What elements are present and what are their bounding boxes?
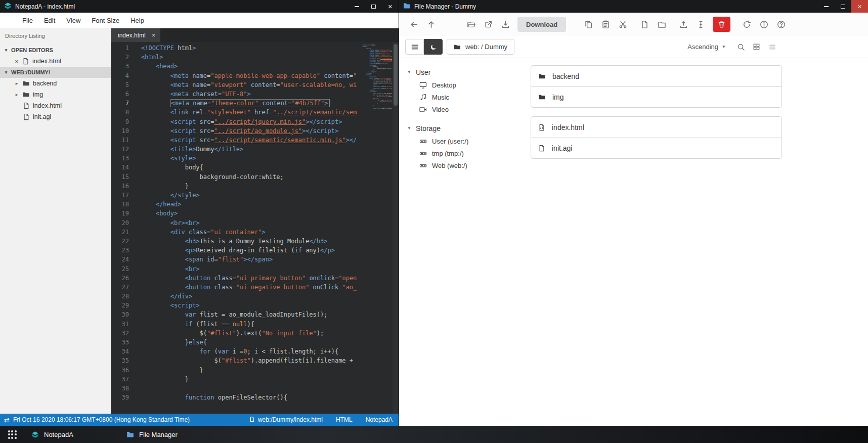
code-line[interactable]: <span id="flist"></span> bbox=[141, 255, 357, 264]
code-line[interactable] bbox=[141, 384, 357, 393]
code-line[interactable]: <script src="../script/jquery.min.js"></… bbox=[141, 117, 357, 126]
dark-mode-toggle-button[interactable] bbox=[424, 39, 443, 55]
sidebar-item-web-web[interactable]: Web (web:/) bbox=[407, 159, 515, 171]
tree-item-img[interactable]: ▸img bbox=[0, 89, 111, 100]
code-line[interactable]: <!DOCTYPE html> bbox=[141, 43, 357, 53]
refresh-button[interactable] bbox=[739, 16, 755, 32]
code-line[interactable]: <meta charset="UTF-8"> bbox=[141, 90, 357, 99]
code-line[interactable]: <button class="ui primary button" onclic… bbox=[141, 274, 357, 283]
sidebar-section-storage[interactable]: ▼Storage bbox=[407, 121, 515, 135]
sidebar-item-desktop[interactable]: Desktop bbox=[407, 79, 515, 91]
minimize-button[interactable] bbox=[818, 0, 835, 13]
code-content[interactable]: <!DOCTYPE html><html> <head> <meta name=… bbox=[136, 42, 357, 414]
new-file-button[interactable] bbox=[637, 16, 653, 32]
minimap[interactable]: <!DOCTYPE html><html> <head> <meta name=… bbox=[361, 43, 392, 110]
editor-scrollbar[interactable] bbox=[393, 42, 399, 414]
code-line[interactable]: body{ bbox=[141, 163, 357, 172]
close-icon[interactable]: × bbox=[14, 58, 19, 65]
tree-item-index-html[interactable]: index.html bbox=[0, 100, 111, 111]
code-editor[interactable]: 1234567891011121314151617181920212223242… bbox=[111, 42, 399, 414]
path-bar[interactable]: web: / Dummy bbox=[447, 39, 514, 55]
new-folder-button[interactable] bbox=[654, 16, 670, 32]
code-line[interactable]: <button class="ui negative button" onCli… bbox=[141, 283, 357, 292]
sidebar-section-user[interactable]: ▼User bbox=[407, 65, 515, 79]
taskbar-item-file-manager[interactable]: File Manager bbox=[119, 426, 214, 443]
file-row-backend[interactable]: backend bbox=[531, 66, 782, 86]
code-line[interactable]: <br> bbox=[141, 264, 357, 274]
code-line[interactable]: <meta name="theme-color" content="#4b75f… bbox=[141, 99, 357, 108]
file-row-img[interactable]: img bbox=[531, 86, 782, 107]
menu-file[interactable]: File bbox=[17, 15, 38, 26]
maximize-button[interactable] bbox=[365, 0, 382, 13]
code-line[interactable]: <p>Received drag-in filelist (if any)</p… bbox=[141, 246, 357, 255]
close-button[interactable]: × bbox=[851, 0, 868, 13]
menu-view[interactable]: View bbox=[61, 15, 85, 26]
code-line[interactable]: <style> bbox=[141, 154, 357, 163]
sidebar-item-tmp-tmp[interactable]: tmp (tmp:/) bbox=[407, 147, 515, 159]
menu-font-size[interactable]: Font Size bbox=[86, 15, 124, 26]
delete-button[interactable] bbox=[713, 17, 730, 32]
scrollbar-thumb[interactable] bbox=[394, 44, 398, 106]
maximize-button[interactable] bbox=[835, 0, 851, 13]
sort-order-dropdown[interactable]: Ascending ▼ bbox=[687, 43, 726, 51]
code-line[interactable]: <br><br> bbox=[141, 218, 357, 228]
back-button[interactable] bbox=[406, 16, 422, 32]
code-line[interactable]: if (flist == null){ bbox=[141, 320, 357, 329]
code-line[interactable]: </style> bbox=[141, 191, 357, 200]
code-line[interactable]: background-color:white; bbox=[141, 172, 357, 182]
code-line[interactable]: <body> bbox=[141, 209, 357, 218]
code-line[interactable]: <meta name="viewport" content="user-scal… bbox=[141, 80, 357, 90]
save-to-device-button[interactable] bbox=[498, 16, 513, 32]
code-line[interactable]: <html> bbox=[141, 53, 357, 62]
info-button[interactable] bbox=[756, 16, 772, 32]
code-line[interactable]: for (var i =0; i < flist.length; i++){ bbox=[141, 347, 357, 356]
code-line[interactable]: </div> bbox=[141, 292, 357, 301]
tree-section-open-editors[interactable]: ▾OPEN EDITORS bbox=[0, 45, 111, 56]
open-in-new-window-button[interactable] bbox=[481, 16, 496, 32]
code-line[interactable]: }else{ bbox=[141, 338, 357, 347]
code-line[interactable]: <div class="ui container"> bbox=[141, 228, 357, 237]
code-line[interactable]: <script> bbox=[141, 301, 357, 310]
apps-menu-button[interactable] bbox=[0, 426, 24, 443]
sidebar-item-user-user[interactable]: User (user:/) bbox=[407, 135, 515, 147]
code-line[interactable]: } bbox=[141, 366, 357, 375]
cut-button[interactable] bbox=[615, 16, 631, 32]
up-button[interactable] bbox=[423, 16, 439, 32]
code-line[interactable]: <head> bbox=[141, 62, 357, 71]
paste-button[interactable] bbox=[598, 16, 614, 32]
code-line[interactable]: <script src="../script/ao_module.js"></s… bbox=[141, 126, 357, 136]
code-line[interactable]: <meta name="apple-mobile-web-app-capable… bbox=[141, 71, 357, 80]
sidebar-item-video[interactable]: Video bbox=[407, 103, 515, 115]
taskbar-item-notepada[interactable]: NotepadA bbox=[24, 426, 119, 443]
statusbar-syntax-mode[interactable]: HTML bbox=[336, 416, 353, 423]
tab-close-icon[interactable]: × bbox=[152, 31, 156, 39]
statusbar-file-path[interactable]: web:/Dummy/index.html bbox=[249, 416, 323, 424]
menu-toggle-button[interactable] bbox=[405, 39, 424, 55]
help-button[interactable] bbox=[773, 16, 789, 32]
menu-edit[interactable]: Edit bbox=[39, 15, 60, 26]
tree-item-init-agi[interactable]: init.agi bbox=[0, 111, 111, 122]
code-line[interactable]: } bbox=[141, 182, 357, 191]
code-line[interactable]: </head> bbox=[141, 200, 357, 209]
close-button[interactable]: × bbox=[382, 0, 399, 13]
code-line[interactable]: <title>Dummy</title> bbox=[141, 145, 357, 154]
list-view-button[interactable] bbox=[764, 39, 780, 55]
copy-button[interactable] bbox=[581, 16, 596, 32]
code-line[interactable]: <script src="../script/semantic/semantic… bbox=[141, 136, 357, 145]
file-row-index-html[interactable]: index.html bbox=[531, 117, 782, 138]
code-line[interactable]: $("#flist").append(flist[i].filename + "… bbox=[141, 356, 357, 365]
file-row-init-agi[interactable]: init.agi bbox=[531, 138, 782, 158]
code-line[interactable]: var flist = ao_module_loadInputFiles(); bbox=[141, 310, 357, 319]
minimize-button[interactable] bbox=[349, 0, 365, 13]
search-button[interactable] bbox=[733, 39, 749, 55]
code-line[interactable]: $("#flist").text("No input file"); bbox=[141, 329, 357, 338]
upload-button[interactable] bbox=[676, 16, 691, 32]
tree-section-web-dummy[interactable]: ▾WEB:/DUMMY/ bbox=[0, 67, 111, 78]
sidebar-item-music[interactable]: Music bbox=[407, 91, 515, 103]
tree-item-backend[interactable]: ▸backend bbox=[0, 78, 111, 89]
rename-button[interactable] bbox=[693, 16, 709, 32]
code-line[interactable]: <link rel="stylesheet" href="../script/s… bbox=[141, 108, 357, 117]
code-line[interactable]: <h3>This is a Dummy Testing Module</h3> bbox=[141, 237, 357, 246]
open-folder-button[interactable] bbox=[463, 16, 479, 32]
code-line[interactable]: function openFileSelector(){ bbox=[141, 393, 357, 402]
